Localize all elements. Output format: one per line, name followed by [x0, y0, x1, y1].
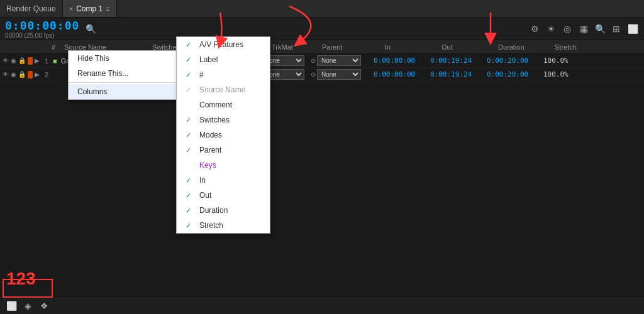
- col-header-num: #: [49, 43, 62, 51]
- solo-icon[interactable]: ◉: [11, 57, 16, 65]
- col-header-trikmat: TrkMat: [269, 43, 319, 51]
- layer-av-icons-2: 👁 ◉ 🔒 ▶: [3, 70, 40, 79]
- toolbar-icon-6[interactable]: ⊞: [610, 23, 623, 35]
- list-item[interactable]: ✓ Duration: [177, 203, 270, 218]
- bottom-icon-2[interactable]: ◈: [21, 300, 34, 312]
- render-queue-tab[interactable]: Render Queue: [0, 0, 63, 17]
- submenu-label-keys: Keys: [199, 161, 216, 170]
- submenu-label-source: Source Name: [199, 85, 245, 94]
- bottom-icon-3[interactable]: ❖: [38, 300, 50, 312]
- list-item[interactable]: ✓ Modes: [177, 127, 270, 143]
- toolbar: 0:00:00:00 00000 (25.00 fps) 🔍 ⚙ ☀ ◎ ▦ 🔍…: [0, 18, 644, 40]
- fps-info: 00000 (25.00 fps): [5, 32, 79, 39]
- list-item[interactable]: ✓ Parent: [177, 143, 270, 158]
- lock-icon[interactable]: 🔒: [18, 57, 26, 65]
- menu-icon[interactable]: ≡: [106, 5, 109, 13]
- col-header-parent: Parent: [319, 43, 382, 51]
- timecode-display: 0:00:00:00 00000 (25.00 fps): [5, 19, 79, 39]
- submenu-label-out: Out: [199, 191, 211, 200]
- layer-parent: ⊙ None: [311, 55, 374, 66]
- close-icon[interactable]: ×: [69, 5, 73, 13]
- solo-icon-2[interactable]: ◉: [11, 70, 16, 79]
- toolbar-icon-1[interactable]: ⚙: [528, 23, 541, 35]
- list-item[interactable]: ✓ Label: [177, 52, 270, 67]
- layer-icon-solid: ■: [53, 57, 57, 65]
- col-header-duration: Duration: [496, 43, 552, 51]
- eye-icon-2[interactable]: 👁: [3, 70, 9, 79]
- toolbar-icon-7[interactable]: ⬜: [626, 23, 639, 35]
- rename-this-item[interactable]: Rename This...: [69, 66, 193, 81]
- title-bar: Render Queue × Comp 1 ≡: [0, 0, 644, 18]
- col-header-out: Out: [439, 43, 496, 51]
- layer-in: 0:00:00:00: [374, 57, 430, 65]
- parent-dropdown[interactable]: None: [317, 55, 361, 66]
- submenu-label-stretch: Stretch: [199, 221, 223, 230]
- submenu-label-in: In: [199, 176, 206, 185]
- submenu-label-comment: Comment: [199, 100, 232, 109]
- toolbar-icon-3[interactable]: ◎: [561, 23, 574, 35]
- list-item[interactable]: ✓ Out: [177, 188, 270, 203]
- check-in: ✓: [186, 176, 194, 185]
- toolbar-right: ⚙ ☀ ◎ ▦ 🔍 ⊞ ⬜: [528, 23, 639, 35]
- check-out: ✓: [186, 192, 194, 200]
- submenu-label-num: #: [199, 70, 204, 79]
- eye-icon[interactable]: 👁: [3, 57, 9, 65]
- layer-in-2: 0:00:00:00: [374, 70, 430, 78]
- check-modes: ✓: [186, 131, 194, 139]
- list-item[interactable]: ✓ Switches: [177, 112, 270, 127]
- submenu-label-switches: Switches: [199, 116, 230, 124]
- check-duration: ✓: [186, 207, 194, 215]
- toolbar-icon-5[interactable]: 🔍: [594, 23, 606, 35]
- layer-duration: 0:00:20:00: [487, 57, 543, 65]
- submenu-label-duration: Duration: [199, 206, 228, 215]
- layer-number: 1: [40, 57, 53, 65]
- parent-link-icon: ⊙: [311, 57, 316, 64]
- layer-duration-2: 0:00:20:00: [487, 70, 543, 78]
- submenu: ✓ A/V Features ✓ Label ✓ # ✓ Source Name…: [176, 36, 270, 234]
- parent-dropdown-2[interactable]: None: [317, 69, 361, 80]
- layer-out-2: 0:00:19:24: [430, 70, 487, 78]
- toolbar-icon-2[interactable]: ☀: [545, 23, 557, 35]
- submenu-label-label: Label: [199, 55, 218, 64]
- timecode-value: 0:00:00:00: [5, 19, 79, 32]
- layer-av-icons: 👁 ◉ 🔒 ▶: [3, 57, 40, 65]
- check-stretch: ✓: [186, 222, 194, 230]
- list-item[interactable]: ✓ Stretch: [177, 218, 270, 233]
- hide-this-item[interactable]: Hide This: [69, 51, 193, 66]
- submenu-label-parent: Parent: [199, 146, 221, 154]
- list-item[interactable]: ✓ In: [177, 173, 270, 188]
- col-header-source: Source Name: [62, 43, 150, 51]
- check-label: ✓: [186, 56, 194, 64]
- hide-this-label: Hide This: [77, 54, 109, 63]
- toolbar-icon-4[interactable]: ▦: [577, 23, 590, 35]
- list-item[interactable]: ✓ Source Name: [177, 82, 270, 97]
- layer-parent-2: ⊙ None: [311, 69, 374, 80]
- context-menu: Hide This Rename This... Columns: [68, 50, 194, 100]
- columns-label: Columns: [77, 87, 107, 96]
- lock-icon-2[interactable]: 🔒: [18, 70, 26, 79]
- check-parent: ✓: [186, 146, 194, 154]
- layer-color: [28, 57, 33, 65]
- list-item[interactable]: Comment: [177, 97, 270, 112]
- parent-link-icon-2: ⊙: [311, 71, 316, 78]
- check-source: ✓: [186, 86, 194, 94]
- col-header-in: In: [382, 43, 439, 51]
- menu-separator: [69, 82, 193, 83]
- expand-icon-2[interactable]: ▶: [35, 70, 40, 79]
- render-queue-label: Render Queue: [6, 4, 56, 13]
- check-av: ✓: [186, 41, 194, 49]
- check-num: ✓: [186, 71, 194, 79]
- rename-this-label: Rename This...: [77, 69, 128, 78]
- layer-number-2: 2: [40, 71, 53, 78]
- list-item[interactable]: ✓ A/V Features: [177, 37, 270, 52]
- list-item[interactable]: ✓ #: [177, 67, 270, 82]
- col-header-stretch: Stretch: [552, 43, 596, 51]
- bottom-icon-1[interactable]: ⬜: [5, 300, 18, 312]
- comp1-tab[interactable]: × Comp 1 ≡: [63, 0, 117, 17]
- layer-stretch-2: 100.0%: [543, 70, 600, 78]
- columns-item[interactable]: Columns: [69, 84, 193, 99]
- expand-icon[interactable]: ▶: [35, 57, 40, 65]
- submenu-label-av: A/V Features: [199, 40, 243, 49]
- search-icon[interactable]: 🔍: [84, 23, 97, 35]
- list-item[interactable]: Keys: [177, 158, 270, 173]
